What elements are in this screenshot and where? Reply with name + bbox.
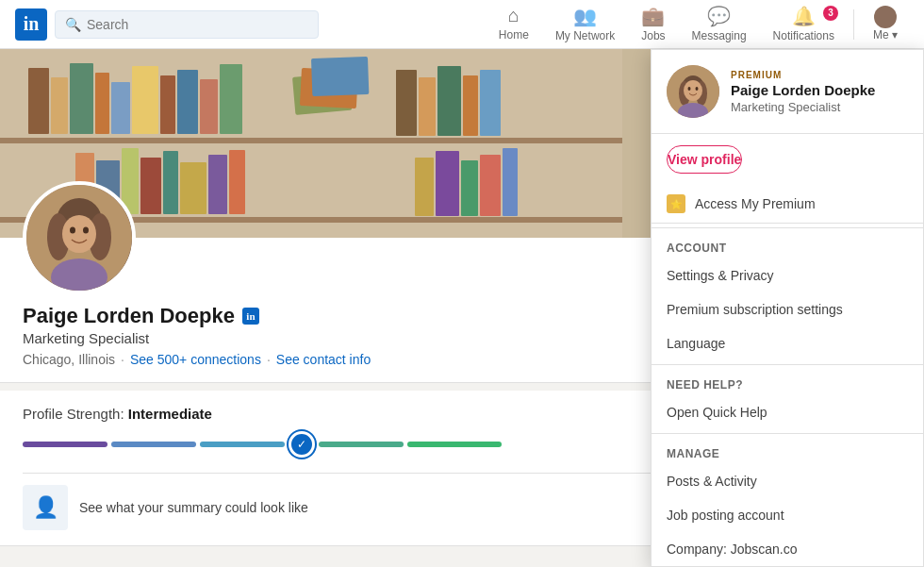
nav-item-network[interactable]: 👥 My Network xyxy=(544,0,626,49)
dropdown-user-info: PREMIUM Paige Lorden Doepke Marketing Sp… xyxy=(731,70,908,114)
dropdown-user-title: Marketing Specialist xyxy=(731,100,908,114)
premium-badge: PREMIUM xyxy=(731,70,908,80)
summary-icon: 👤 xyxy=(23,485,68,530)
nav-items: ⌂ Home 👥 My Network 💼 Jobs 💬 Messaging 🔔… xyxy=(487,0,909,49)
avatar-svg xyxy=(26,185,132,291)
svg-rect-33 xyxy=(463,75,478,136)
job-posting-item[interactable]: Job posting account xyxy=(652,498,923,532)
me-dropdown: PREMIUM Paige Lorden Doepke Marketing Sp… xyxy=(651,49,924,567)
contact-info-link[interactable]: See contact info xyxy=(276,352,371,367)
summary-hint-text: See what your summary could look like xyxy=(79,500,308,515)
svg-rect-17 xyxy=(163,151,178,214)
premium-subscription-item[interactable]: Premium subscription settings xyxy=(652,292,923,326)
svg-rect-8 xyxy=(160,75,175,134)
profile-avatar xyxy=(23,181,136,294)
jobs-icon: 💼 xyxy=(641,5,665,27)
svg-rect-6 xyxy=(111,82,130,134)
svg-rect-27 xyxy=(461,160,478,216)
profile-avatar-wrapper xyxy=(23,181,136,294)
dropdown-header: PREMIUM Paige Lorden Doepke Marketing Sp… xyxy=(652,50,923,134)
svg-rect-12 xyxy=(0,138,622,143)
svg-point-50 xyxy=(688,87,691,91)
dropdown-divider-2 xyxy=(652,364,923,365)
search-icon: 🔍 xyxy=(65,17,81,32)
svg-point-42 xyxy=(70,227,75,234)
notification-badge: 3 xyxy=(823,6,838,21)
svg-point-49 xyxy=(684,80,702,101)
notifications-icon: 🔔 xyxy=(792,5,816,27)
nav-label-network: My Network xyxy=(555,29,615,42)
svg-rect-11 xyxy=(220,64,242,134)
svg-point-51 xyxy=(696,87,699,91)
settings-privacy-item[interactable]: Settings & Privacy xyxy=(652,258,923,292)
linkedin-logo[interactable]: in xyxy=(15,8,47,41)
strength-segment-1 xyxy=(23,442,107,447)
nav-item-me[interactable]: Me ▾ xyxy=(862,0,909,49)
connections-link[interactable]: See 500+ connections xyxy=(130,352,261,367)
premium-icon: ⭐ xyxy=(667,194,685,213)
nav-divider xyxy=(853,9,854,40)
nav-item-jobs[interactable]: 💼 Jobs xyxy=(630,0,676,49)
svg-rect-34 xyxy=(480,70,501,136)
svg-rect-4 xyxy=(70,63,93,134)
strength-segment-2 xyxy=(111,442,196,447)
home-icon: ⌂ xyxy=(508,5,520,26)
svg-rect-10 xyxy=(200,79,218,134)
search-bar[interactable]: 🔍 xyxy=(55,10,319,39)
strength-segment-4 xyxy=(319,442,404,447)
svg-rect-30 xyxy=(396,70,417,136)
svg-rect-24 xyxy=(311,57,369,96)
nav-label-messaging: Messaging xyxy=(692,29,747,42)
svg-rect-28 xyxy=(480,155,501,216)
access-premium-item[interactable]: ⭐ Access My Premium xyxy=(652,185,923,224)
svg-rect-7 xyxy=(132,66,158,134)
need-help-label: NEED HELP? xyxy=(652,369,923,395)
company-item[interactable]: Company: Jobscan.co xyxy=(652,532,923,566)
posts-activity-item[interactable]: Posts & Activity xyxy=(652,464,923,498)
account-section-label: ACCOUNT xyxy=(652,232,923,258)
network-icon: 👥 xyxy=(573,5,597,27)
dropdown-avatar xyxy=(667,65,719,118)
svg-rect-31 xyxy=(419,77,436,136)
nav-item-home[interactable]: ⌂ Home xyxy=(487,0,540,49)
nav-label-home: Home xyxy=(499,28,529,42)
manage-label: MANAGE xyxy=(652,438,923,464)
messaging-icon: 💬 xyxy=(707,5,731,27)
svg-rect-5 xyxy=(95,73,109,134)
strength-segment-3 xyxy=(200,442,285,447)
navbar: in 🔍 ⌂ Home 👥 My Network 💼 Jobs 💬 Messag… xyxy=(0,0,924,49)
search-input[interactable] xyxy=(87,17,308,32)
view-profile-button[interactable]: View profile xyxy=(667,145,742,174)
svg-rect-25 xyxy=(415,158,434,216)
strength-segment-5 xyxy=(407,442,502,447)
quick-help-item[interactable]: Open Quick Help xyxy=(652,395,923,429)
svg-rect-29 xyxy=(503,148,518,216)
svg-rect-20 xyxy=(229,150,245,214)
dropdown-divider-1 xyxy=(652,227,923,228)
linkedin-premium-badge: in xyxy=(242,308,259,325)
dropdown-user-name: Paige Lorden Doepke xyxy=(731,82,908,98)
svg-rect-32 xyxy=(437,66,461,136)
dropdown-divider-3 xyxy=(652,433,923,434)
strength-indicator: ✓ xyxy=(289,431,315,458)
nav-item-notifications[interactable]: 🔔 3 Notifications xyxy=(762,0,846,49)
svg-rect-9 xyxy=(177,70,198,134)
svg-rect-3 xyxy=(51,77,68,134)
svg-rect-2 xyxy=(28,68,49,134)
svg-rect-16 xyxy=(140,158,161,214)
svg-point-43 xyxy=(83,227,89,234)
nav-label-notifications: Notifications xyxy=(773,29,834,42)
nav-item-messaging[interactable]: 💬 Messaging xyxy=(681,0,758,49)
avatar xyxy=(874,6,897,28)
svg-rect-18 xyxy=(180,162,206,214)
svg-point-41 xyxy=(62,215,96,253)
svg-rect-26 xyxy=(436,151,459,216)
dropdown-avatar-svg xyxy=(667,65,719,118)
nav-label-me: Me ▾ xyxy=(873,28,898,42)
nav-label-jobs: Jobs xyxy=(641,29,665,42)
language-item[interactable]: Language xyxy=(652,326,923,360)
svg-rect-19 xyxy=(208,155,227,214)
